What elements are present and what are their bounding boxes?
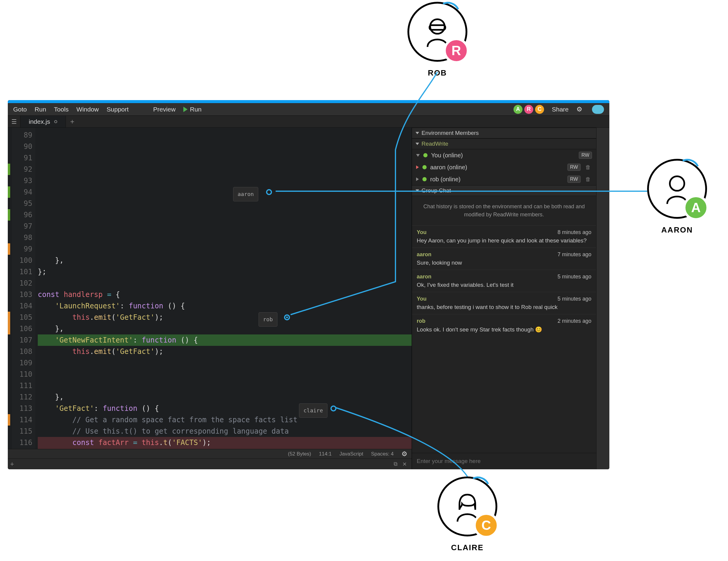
person-rob: R ROB (407, 2, 467, 78)
code-line[interactable]: }, (38, 255, 412, 266)
gear-icon[interactable]: ⚙ (576, 105, 582, 113)
presence-claire-cursor (330, 406, 336, 412)
code-line[interactable]: }, (38, 323, 412, 335)
permission-badge[interactable]: RW (567, 176, 581, 183)
tabbar: ☰ index.js + (8, 116, 609, 128)
menu-window[interactable]: Window (76, 106, 99, 113)
code-line[interactable] (38, 277, 412, 289)
line-number: 111 (12, 380, 32, 391)
presence-rob-cursor (284, 315, 290, 321)
close-panel-icon[interactable]: ✕ (402, 461, 407, 468)
line-number: 103 (12, 289, 32, 300)
collaborate-panel: Environment Members ReadWrite You (onlin… (412, 128, 609, 469)
share-button[interactable]: Share (552, 106, 569, 113)
file-tab[interactable]: index.js (20, 116, 66, 127)
preview-button[interactable]: Preview (153, 106, 176, 113)
chat-message: You5 minutes agothanks, before testing i… (412, 292, 596, 314)
person-aaron: A AARON (647, 159, 707, 235)
menu-run[interactable]: Run (35, 106, 46, 113)
avatar-c[interactable]: C (535, 105, 544, 114)
line-number: 102 (12, 277, 32, 289)
code-line[interactable]: const factIndex = Math.floor(Math.random… (38, 448, 412, 449)
member-row[interactable]: You (online)RW (412, 149, 596, 161)
trash-icon[interactable]: 🗑 (584, 176, 592, 182)
code-editor[interactable]: 8990919293949596979899100101102103104105… (8, 128, 412, 449)
menu-goto[interactable]: Goto (13, 106, 27, 113)
chat-text: Sure, looking now (417, 258, 591, 266)
code-area[interactable]: },}; const handlersp = { 'LaunchRequest'… (35, 128, 412, 449)
gutter-marker (8, 164, 10, 175)
menu-support[interactable]: Support (107, 106, 129, 113)
dock-tab-outline[interactable]: Outline (579, 200, 609, 213)
gutter-marker (8, 323, 10, 335)
avatar-a[interactable]: A (513, 105, 522, 114)
online-dot-icon (422, 165, 427, 169)
chat-info-text: Chat history is stored on the environmen… (412, 196, 596, 225)
close-icon[interactable] (54, 120, 57, 123)
add-tab-button[interactable]: + (66, 116, 78, 127)
dock-tab-aws[interactable]: AWS Resources (573, 259, 609, 272)
line-number: 100 (12, 255, 32, 266)
file-tree-icon[interactable]: ☰ (8, 116, 20, 127)
svg-rect-1 (430, 25, 445, 30)
code-line[interactable]: this.emit('GetFact'); (38, 312, 412, 323)
run-button[interactable]: Run (183, 106, 202, 113)
member-row[interactable]: aaron (online)RW🗑 (412, 161, 596, 173)
line-number: 107 (12, 335, 32, 346)
badge-rob: R (443, 38, 469, 63)
code-line[interactable]: }, (38, 391, 412, 403)
permission-badge[interactable]: RW (567, 164, 581, 171)
window-accent-bar (8, 100, 609, 103)
presence-rob-label: rob (259, 312, 277, 327)
dock-tab-debugger[interactable]: Debugger (579, 318, 609, 331)
expand-icon (416, 154, 420, 157)
line-number: 116 (12, 437, 32, 448)
line-number: 101 (12, 266, 32, 277)
split-icon[interactable]: ⧉ (394, 461, 398, 467)
add-panel-button[interactable]: + (10, 460, 14, 468)
line-numbers: 8990919293949596979899100101102103104105… (12, 128, 35, 449)
status-bytes: (52 Bytes) (288, 451, 311, 457)
section-readwrite[interactable]: ReadWrite (412, 138, 596, 149)
menu-tools[interactable]: Tools (54, 106, 69, 113)
member-row[interactable]: rob (online)RW🗑 (412, 173, 596, 185)
code-line[interactable] (38, 380, 412, 391)
code-line[interactable]: const factArr = this.t('FACTS'); (38, 437, 412, 448)
person-rob-label: ROB (407, 68, 467, 78)
code-line[interactable]: // Get a random space fact from the spac… (38, 414, 412, 426)
code-line[interactable]: // Use this.t() to get corresponding lan… (38, 426, 412, 437)
section-group-chat[interactable]: Group Chat (412, 185, 596, 196)
line-number: 109 (12, 357, 32, 369)
code-line[interactable]: 'GetNewFactIntent': function () { (38, 335, 412, 346)
code-line[interactable]: this.emit('GetFact'); (38, 346, 412, 357)
code-line[interactable] (38, 369, 412, 380)
workarea: 8990919293949596979899100101102103104105… (8, 128, 609, 469)
gutter-markers (8, 128, 12, 449)
line-number: 89 (12, 129, 32, 141)
chevron-down-icon (416, 143, 419, 145)
code-line[interactable]: 'GetFact': function () { (38, 403, 412, 414)
chat-input-row (412, 453, 596, 469)
code-line[interactable]: }; (38, 266, 412, 277)
code-line[interactable]: const handlersp = { (38, 289, 412, 300)
line-number: 114 (12, 414, 32, 426)
code-line[interactable]: 'LaunchRequest': function () { (38, 300, 412, 312)
chat-timestamp: 7 minutes ago (558, 251, 591, 258)
presence-aaron-cursor (266, 189, 272, 195)
line-number: 96 (12, 209, 32, 220)
avatar-r[interactable]: R (524, 105, 533, 114)
status-lang[interactable]: JavaScript (339, 451, 363, 457)
chat-message: You8 minutes agoHey Aaron, can you jump … (412, 225, 596, 247)
code-line[interactable] (38, 357, 412, 369)
chat-input[interactable] (417, 458, 591, 465)
dock-tab-collaborate[interactable]: Collaborate (579, 148, 609, 161)
status-spaces[interactable]: Spaces: 4 (371, 451, 394, 457)
line-number: 108 (12, 346, 32, 357)
section-environment-members[interactable]: Environment Members (412, 128, 596, 138)
chat-message: aaron5 minutes agoOk, I've fixed the var… (412, 270, 596, 292)
status-gear-icon[interactable]: ⚙ (401, 450, 407, 458)
trash-icon[interactable]: 🗑 (584, 164, 592, 170)
chat-messages: You8 minutes agoHey Aaron, can you jump … (412, 225, 596, 453)
badge-aaron: A (683, 195, 709, 220)
member-name: You (online) (431, 152, 463, 159)
